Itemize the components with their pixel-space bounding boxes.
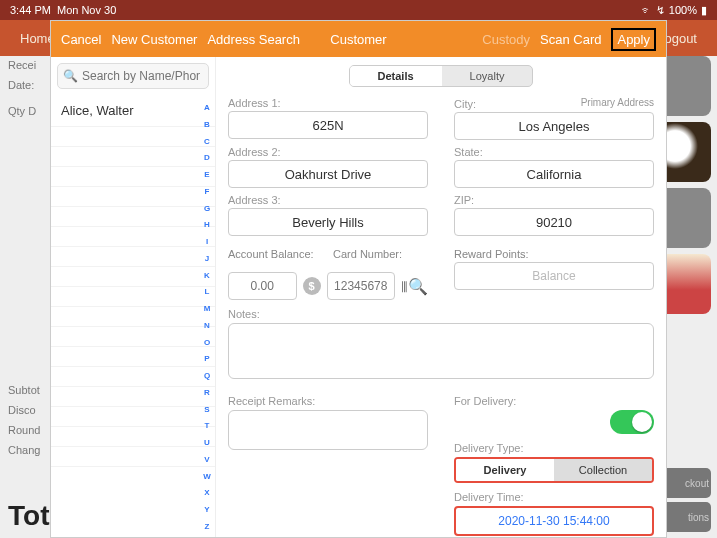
notes-input[interactable] bbox=[228, 323, 654, 379]
addr1-label: Address 1: bbox=[228, 97, 428, 109]
custody-button[interactable]: Custody bbox=[482, 32, 530, 47]
dollar-icon: $ bbox=[303, 277, 321, 295]
rounding-label: Round bbox=[8, 421, 50, 441]
addr2-label: Address 2: bbox=[228, 146, 428, 158]
state-input[interactable]: California bbox=[454, 160, 654, 188]
wifi-icon: ᯤ bbox=[641, 4, 652, 16]
alpha-letter[interactable]: U bbox=[201, 438, 213, 447]
addr2-input[interactable]: Oakhurst Drive bbox=[228, 160, 428, 188]
addr3-label: Address 3: bbox=[228, 194, 428, 206]
list-item bbox=[51, 367, 215, 387]
search-icon: 🔍 bbox=[63, 69, 78, 83]
list-item bbox=[51, 247, 215, 267]
cancel-button[interactable]: Cancel bbox=[61, 32, 101, 47]
list-item bbox=[51, 207, 215, 227]
status-time: 3:44 PM bbox=[10, 4, 51, 16]
list-item bbox=[51, 187, 215, 207]
total-label: Tot bbox=[8, 500, 49, 532]
search-input[interactable] bbox=[57, 63, 209, 89]
balance-label: Account Balance: bbox=[228, 248, 323, 260]
card-input[interactable] bbox=[327, 272, 396, 300]
alpha-letter[interactable]: M bbox=[201, 304, 213, 313]
contact-item[interactable]: Alice, Walter bbox=[51, 95, 215, 127]
alpha-letter[interactable]: C bbox=[201, 137, 213, 146]
list-item bbox=[51, 147, 215, 167]
receipt-label: Recei bbox=[8, 56, 50, 76]
list-item bbox=[51, 227, 215, 247]
alpha-letter[interactable]: X bbox=[201, 488, 213, 497]
new-customer-button[interactable]: New Customer bbox=[111, 32, 197, 47]
city-input[interactable]: Los Angeles bbox=[454, 112, 654, 140]
reward-label: Reward Points: bbox=[454, 248, 654, 260]
delivery-toggle[interactable] bbox=[610, 410, 654, 434]
charging-icon: ↯ bbox=[656, 4, 665, 17]
delivery-time-label: Delivery Time: bbox=[454, 491, 654, 503]
nav-logout[interactable]: ogout bbox=[664, 31, 697, 46]
list-item bbox=[51, 307, 215, 327]
detail-tabs[interactable]: Details Loyalty bbox=[349, 65, 534, 87]
list-item bbox=[51, 267, 215, 287]
zip-label: ZIP: bbox=[454, 194, 654, 206]
battery-percent: 100% bbox=[669, 4, 697, 16]
status-date: Mon Nov 30 bbox=[57, 4, 116, 16]
date-label: Date: bbox=[8, 76, 50, 96]
qty-label: Qty D bbox=[8, 102, 50, 122]
alpha-letter[interactable]: V bbox=[201, 455, 213, 464]
alpha-letter[interactable]: F bbox=[201, 187, 213, 196]
status-bar: 3:44 PM Mon Nov 30 ᯤ ↯ 100% ▮ bbox=[0, 0, 717, 20]
alpha-letter[interactable]: T bbox=[201, 421, 213, 430]
list-item bbox=[51, 327, 215, 347]
alpha-letter[interactable]: W bbox=[201, 472, 213, 481]
remarks-input[interactable] bbox=[228, 410, 428, 450]
scan-card-button[interactable]: Scan Card bbox=[540, 32, 601, 47]
alpha-letter[interactable]: Q bbox=[201, 371, 213, 380]
list-item bbox=[51, 167, 215, 187]
addr1-input[interactable]: 625N bbox=[228, 111, 428, 139]
notes-label: Notes: bbox=[228, 308, 654, 320]
alpha-letter[interactable]: R bbox=[201, 388, 213, 397]
subtotal-label: Subtot bbox=[8, 381, 50, 401]
list-item bbox=[51, 427, 215, 447]
alpha-letter[interactable]: B bbox=[201, 120, 213, 129]
alpha-letter[interactable]: N bbox=[201, 321, 213, 330]
alpha-letter[interactable]: E bbox=[201, 170, 213, 179]
change-label: Chang bbox=[8, 441, 50, 461]
alpha-letter[interactable]: A bbox=[201, 103, 213, 112]
delivery-time-field[interactable]: 2020-11-30 15:44:00 bbox=[454, 506, 654, 536]
delivery-type-segment[interactable]: Delivery Collection bbox=[454, 457, 654, 483]
alpha-letter[interactable]: S bbox=[201, 405, 213, 414]
delivery-type-label: Delivery Type: bbox=[454, 442, 654, 454]
collection-option[interactable]: Collection bbox=[554, 459, 652, 481]
alpha-letter[interactable]: L bbox=[201, 287, 213, 296]
alpha-letter[interactable]: G bbox=[201, 204, 213, 213]
tab-loyalty[interactable]: Loyalty bbox=[442, 66, 533, 86]
alpha-letter[interactable]: Z bbox=[201, 522, 213, 531]
customer-modal: Cancel New Customer Address Search Custo… bbox=[50, 20, 667, 538]
alpha-index[interactable]: ABCDEFGHIJKLMNOPQRSTUVWXYZ bbox=[201, 103, 213, 531]
list-item bbox=[51, 287, 215, 307]
list-item bbox=[51, 347, 215, 367]
card-label: Card Number: bbox=[333, 248, 428, 260]
addr3-input[interactable]: Beverly Hills bbox=[228, 208, 428, 236]
list-item bbox=[51, 387, 215, 407]
alpha-letter[interactable]: D bbox=[201, 153, 213, 162]
alpha-letter[interactable]: H bbox=[201, 220, 213, 229]
tab-details[interactable]: Details bbox=[350, 66, 442, 86]
remarks-label: Receipt Remarks: bbox=[228, 395, 428, 407]
barcode-icon[interactable]: ⦀🔍 bbox=[401, 277, 428, 296]
apply-button[interactable]: Apply bbox=[611, 28, 656, 51]
alpha-letter[interactable]: O bbox=[201, 338, 213, 347]
alpha-letter[interactable]: J bbox=[201, 254, 213, 263]
battery-icon: ▮ bbox=[701, 4, 707, 17]
discount-label: Disco bbox=[8, 401, 50, 421]
balance-input[interactable] bbox=[228, 272, 297, 300]
delivery-option[interactable]: Delivery bbox=[456, 459, 554, 481]
alpha-letter[interactable]: P bbox=[201, 354, 213, 363]
alpha-letter[interactable]: Y bbox=[201, 505, 213, 514]
zip-input[interactable]: 90210 bbox=[454, 208, 654, 236]
alpha-letter[interactable]: I bbox=[201, 237, 213, 246]
address-search-button[interactable]: Address Search bbox=[207, 32, 300, 47]
alpha-letter[interactable]: K bbox=[201, 271, 213, 280]
reward-balance-button[interactable]: Balance bbox=[454, 262, 654, 290]
contact-list[interactable]: Alice, Walter bbox=[51, 95, 215, 537]
